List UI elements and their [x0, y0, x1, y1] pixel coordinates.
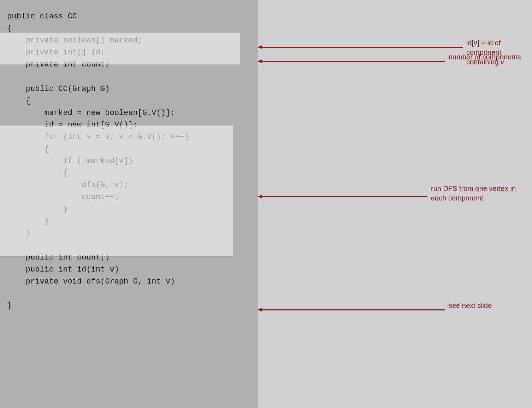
- annotation-dfs-arrow: [258, 196, 427, 197]
- annotation-next-text: see next slide: [449, 301, 492, 310]
- annotation-count-arrow: [258, 61, 445, 62]
- highlight-box-loop: [0, 126, 233, 256]
- annotation-dfs-text: run DFS from one vertex in each componen…: [431, 184, 516, 203]
- code-panel: public class CC { private boolean[] mark…: [0, 0, 258, 408]
- annotation-id-arrow: [258, 47, 463, 48]
- annotation-count-text: number of components: [449, 52, 521, 62]
- annotation-panel: id[v] = id of component containing v num…: [258, 0, 532, 408]
- highlight-box-fields: [0, 33, 240, 64]
- annotation-next-arrow: [258, 309, 445, 310]
